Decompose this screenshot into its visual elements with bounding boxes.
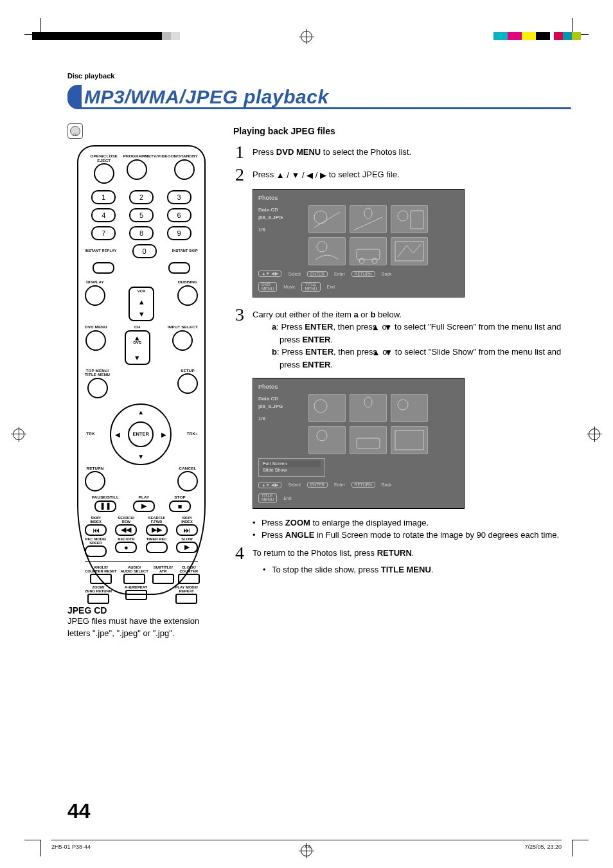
nav-ring: ▲▼ ◀▶ ENTER [110, 403, 172, 465]
page-title-bar: MP3/WMA/JPEG playback [67, 84, 571, 109]
jpeg-cd-heading: JPEG CD [67, 605, 215, 616]
crop-mark [24, 840, 41, 856]
registration-mark [13, 429, 24, 440]
svg-point-2 [317, 242, 327, 252]
left-column: CD OPEN/CLOSE EJECT PROGRAMME TV/VIDEO O… [67, 123, 215, 640]
svg-rect-11 [395, 430, 423, 450]
step-3: 3 Carry out either of the item a or b be… [233, 306, 571, 371]
remote-illustration: OPEN/CLOSE EJECT PROGRAMME TV/VIDEO ON/S… [77, 145, 206, 595]
section-breadcrumb: Disc playback [67, 72, 571, 80]
svg-rect-6 [395, 242, 423, 261]
step-2: 2 Press ▲ / ▼ / ◀ / ▶ to select JPEG fil… [233, 166, 571, 182]
svg-point-8 [398, 400, 408, 410]
registration-mark [589, 429, 600, 440]
notes-list: Press ZOOM to enlarge the displayed imag… [233, 518, 571, 540]
osd-photos-1: Photos Data CD j08_8.JPG 1/6 [253, 189, 465, 297]
svg-point-7 [314, 400, 327, 412]
page-title: MP3/WMA/JPEG playback [82, 86, 334, 109]
svg-rect-10 [357, 438, 380, 448]
thumb-icon [350, 237, 387, 265]
thumb-icon [350, 205, 387, 233]
step-1: 1 Press DVD MENU to select the Photos li… [233, 144, 571, 160]
jpeg-cd-text: JPEG files must have the extension lette… [67, 616, 215, 640]
osd-photos-2: Photos Data CD j08_8.JPG 1/6 [253, 378, 465, 509]
registration-mark [301, 845, 312, 856]
svg-point-9 [317, 430, 327, 441]
svg-point-4 [359, 258, 364, 263]
svg-rect-3 [357, 249, 380, 260]
right-column: Playing back JPEG files 1 Press DVD MENU… [233, 123, 571, 640]
crop-mark [572, 840, 589, 856]
content-area: Disc playback MP3/WMA/JPEG playback CD O… [67, 64, 571, 810]
page: Disc playback MP3/WMA/JPEG playback CD O… [0, 0, 613, 868]
osd-context-menu: Full Screen Slide Show [258, 458, 325, 477]
thumb-icon [391, 205, 428, 233]
step-4: 4 To return to the Photos list, press RE… [233, 545, 571, 582]
svg-point-1 [398, 211, 408, 221]
thumb-icon [391, 237, 428, 265]
svg-point-5 [372, 258, 377, 263]
thumb-icon [308, 205, 346, 233]
cd-badge-icon: CD [67, 123, 83, 139]
registration-mark [301, 31, 312, 42]
page-number: 44 [67, 799, 91, 823]
thumb-icon [308, 237, 346, 265]
svg-point-0 [314, 211, 327, 224]
subsection-heading: Playing back JPEG files [233, 126, 571, 136]
